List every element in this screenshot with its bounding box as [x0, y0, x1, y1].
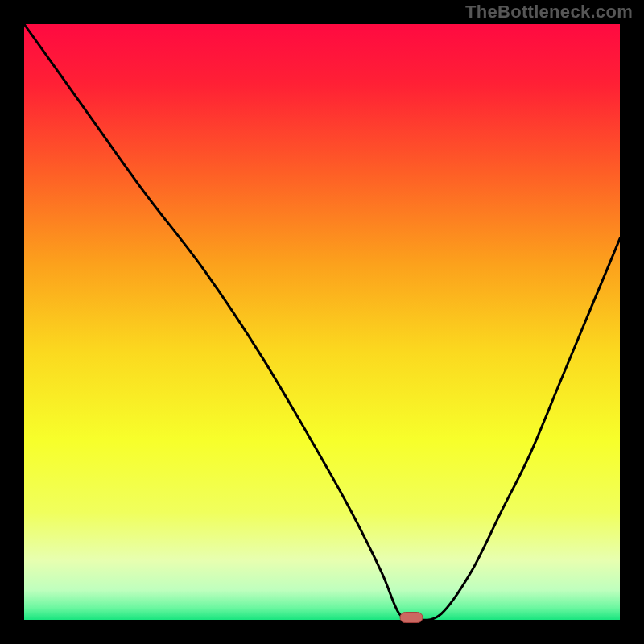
watermark: TheBottleneck.com: [465, 2, 633, 23]
chart-container: TheBottleneck.com: [0, 0, 644, 644]
gradient-background: [24, 24, 620, 620]
bottleneck-curve-chart: [0, 0, 644, 644]
optimal-point-marker: [400, 613, 423, 623]
